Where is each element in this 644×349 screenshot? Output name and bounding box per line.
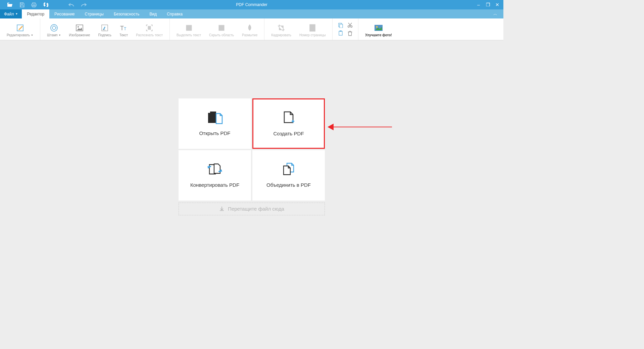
ribbon-ocr: Распознать текст	[132, 19, 167, 39]
card-label: Объединить в PDF	[266, 182, 311, 188]
svg-point-7	[78, 26, 79, 28]
card-create-pdf[interactable]: Создать PDF	[252, 98, 325, 149]
svg-rect-27	[340, 31, 342, 32]
svg-point-5	[52, 26, 56, 30]
app-title: PDF Commander	[236, 2, 267, 7]
ribbon: Редактировать▼ Штамп▼ Изображение Подпис…	[0, 18, 503, 40]
svg-point-23	[351, 26, 352, 28]
menu-pages[interactable]: Страницы	[80, 9, 109, 18]
paste-icon[interactable]	[338, 31, 343, 36]
text-icon: TT	[120, 23, 128, 33]
redo-icon[interactable]	[81, 2, 87, 7]
highlight-arrow-annotation	[328, 124, 395, 130]
svg-point-22	[348, 26, 350, 28]
convert-icon[interactable]	[43, 2, 49, 7]
svg-rect-21	[340, 24, 343, 28]
ribbon-edit[interactable]: Редактировать▼	[3, 19, 37, 39]
svg-text:#: #	[311, 26, 313, 31]
ribbon-sign[interactable]: Подпись	[94, 19, 115, 39]
ribbon-page-num: # Номер страницы	[295, 19, 330, 39]
ocr-icon	[145, 23, 153, 33]
ribbon-text[interactable]: TT Текст	[115, 19, 132, 39]
select-text-icon	[185, 23, 193, 33]
convert-pdf-icon	[207, 163, 223, 176]
card-merge-pdf[interactable]: Объединить в PDF	[252, 150, 325, 201]
ribbon-enhance[interactable]: Улучшите фото!	[361, 19, 396, 39]
hide-area-icon	[217, 23, 226, 33]
menu-editor[interactable]: Редактор	[22, 9, 49, 18]
download-icon	[219, 206, 225, 212]
card-label: Создать PDF	[273, 131, 304, 136]
open-pdf-icon	[207, 111, 223, 124]
enhance-icon	[374, 23, 383, 33]
dropzone-label: Перетащите файл сюда	[228, 206, 284, 212]
collapse-ribbon-button[interactable]: ︿	[493, 11, 497, 17]
cut-icon[interactable]	[347, 23, 353, 28]
edit-icon	[16, 23, 24, 33]
merge-pdf-icon	[281, 163, 296, 176]
ribbon-crop: Кадрировать	[267, 19, 295, 39]
card-convert-pdf[interactable]: Конвертировать PDF	[179, 150, 251, 201]
card-label: Открыть PDF	[199, 130, 230, 136]
save-icon[interactable]	[19, 2, 25, 7]
menubar: Файл▼ Редактор Рисование Страницы Безопа…	[0, 9, 503, 18]
copy-icon[interactable]	[338, 23, 343, 28]
print-icon[interactable]	[31, 2, 37, 7]
menu-view[interactable]: Вид	[144, 9, 162, 18]
svg-rect-1	[32, 4, 36, 6]
svg-rect-17	[220, 27, 223, 29]
quick-access-toolbar	[0, 2, 87, 7]
crop-icon	[277, 23, 285, 33]
window-controls: – ❐ ✕	[476, 2, 500, 7]
svg-text:T: T	[120, 25, 124, 32]
create-pdf-icon	[282, 111, 296, 125]
ribbon-image[interactable]: Изображение	[65, 19, 94, 39]
start-card-grid: Открыть PDF Создать PDF	[179, 98, 325, 201]
sign-icon	[101, 23, 109, 33]
undo-icon[interactable]	[68, 2, 75, 7]
page-num-icon: #	[309, 23, 316, 33]
image-icon	[76, 23, 84, 33]
card-label: Конвертировать PDF	[190, 182, 239, 188]
ribbon-select-text: Выделить текст	[172, 19, 205, 39]
dropzone[interactable]: Перетащите файл сюда	[179, 203, 325, 215]
maximize-button[interactable]: ❐	[485, 2, 491, 7]
open-icon[interactable]	[7, 2, 13, 7]
menu-help[interactable]: Справка	[162, 9, 188, 18]
svg-text:T: T	[124, 27, 127, 31]
svg-point-31	[376, 26, 378, 28]
menu-drawing[interactable]: Рисование	[49, 9, 80, 18]
ribbon-hide-area: Скрыть область	[205, 19, 238, 39]
blur-icon	[246, 23, 253, 33]
svg-rect-11	[148, 26, 151, 30]
menu-security[interactable]: Безопасность	[109, 9, 145, 18]
workspace: Открыть PDF Создать PDF	[0, 40, 503, 273]
card-open-pdf[interactable]: Открыть PDF	[179, 98, 251, 149]
minimize-button[interactable]: –	[476, 2, 481, 7]
delete-icon[interactable]	[347, 31, 353, 36]
menu-file[interactable]: Файл▼	[0, 9, 22, 18]
stamp-icon	[50, 23, 58, 33]
svg-rect-26	[339, 31, 342, 35]
titlebar: PDF Commander – ❐ ✕	[0, 0, 503, 9]
ribbon-blur: Размытие	[238, 19, 261, 39]
close-button[interactable]: ✕	[495, 2, 500, 7]
ribbon-stamp[interactable]: Штамп▼	[43, 19, 65, 39]
